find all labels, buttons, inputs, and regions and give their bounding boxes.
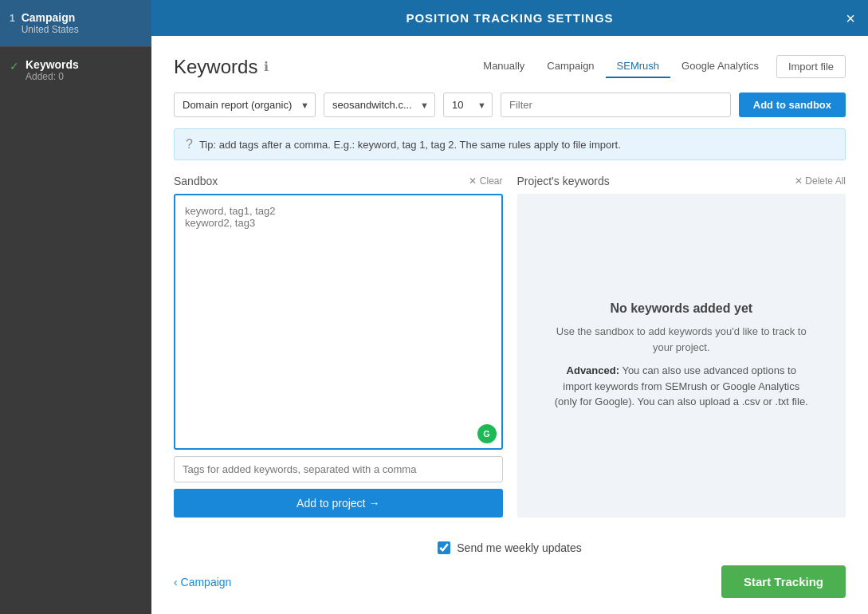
footer-actions: ‹ Campaign Start Tracking — [174, 565, 846, 598]
sandbox-header: Sandbox ✕ Clear — [174, 175, 503, 187]
two-column-layout: Sandbox ✕ Clear G Add to project → Proje… — [174, 175, 846, 518]
tags-input[interactable] — [174, 456, 503, 482]
weekly-updates-label: Send me weekly updates — [457, 541, 581, 554]
import-file-button[interactable]: Import file — [776, 55, 846, 78]
sandbox-textarea[interactable] — [174, 194, 503, 450]
no-keywords-title: No keywords added yet — [554, 301, 809, 316]
sidebar-keywords-title: Keywords — [26, 58, 79, 71]
check-icon: ✓ — [10, 60, 19, 73]
limit-select-wrapper: 10 20 50 100 ▼ — [443, 92, 493, 117]
tab-google-analytics[interactable]: Google Analytics — [670, 55, 770, 78]
advanced-label: Advanced: — [567, 364, 619, 376]
modal-body: Keywords ℹ Manually Campaign SEMrush Goo… — [151, 36, 868, 530]
keywords-header: Keywords ℹ Manually Campaign SEMrush Goo… — [174, 55, 846, 78]
close-button[interactable]: × — [846, 10, 855, 26]
report-select-wrapper: Domain report (organic) Domain report (p… — [174, 92, 316, 117]
sidebar: 1 Campaign United States ✓ Keywords Adde… — [0, 0, 151, 614]
clear-link[interactable]: ✕ Clear — [469, 175, 502, 187]
back-to-campaign-link[interactable]: ‹ Campaign — [174, 576, 231, 588]
no-keywords-box: No keywords added yet Use the sandbox to… — [554, 301, 809, 410]
question-icon: ? — [186, 137, 193, 152]
projects-header: Project's keywords ✕ Delete All — [517, 175, 846, 187]
sandbox-textarea-wrapper: G — [174, 194, 503, 450]
modal-header: POSITION TRACKING SETTINGS × — [151, 0, 868, 36]
start-tracking-button[interactable]: Start Tracking — [721, 565, 846, 598]
modal-footer: Send me weekly updates ‹ Campaign Start … — [151, 530, 868, 614]
step-number: 1 — [10, 13, 15, 24]
modal-title: POSITION TRACKING SETTINGS — [406, 11, 613, 25]
projects-title: Project's keywords — [517, 175, 610, 187]
grammarly-icon: G — [477, 424, 497, 443]
tab-manually[interactable]: Manually — [472, 55, 536, 78]
domain-select[interactable]: seosandwitch.c... — [324, 92, 435, 117]
sidebar-step-keywords[interactable]: ✓ Keywords Added: 0 — [0, 47, 151, 93]
weekly-updates-row: Send me weekly updates — [174, 541, 846, 554]
project-keywords-area: No keywords added yet Use the sandbox to… — [517, 194, 846, 518]
delete-all-link[interactable]: ✕ Delete All — [795, 175, 846, 187]
sandbox-column: Sandbox ✕ Clear G Add to project → — [174, 175, 503, 518]
weekly-updates-checkbox[interactable] — [438, 541, 450, 554]
controls-row: Domain report (organic) Domain report (p… — [174, 92, 846, 117]
projects-column: Project's keywords ✕ Delete All No keywo… — [517, 175, 846, 518]
report-select[interactable]: Domain report (organic) Domain report (p… — [174, 92, 316, 117]
sidebar-keywords-subtitle: Added: 0 — [26, 71, 79, 82]
sandbox-title: Sandbox — [174, 175, 218, 187]
filter-input[interactable] — [501, 92, 731, 117]
sidebar-step-campaign[interactable]: 1 Campaign United States — [0, 0, 151, 47]
tabs-container: Manually Campaign SEMrush Google Analyti… — [472, 55, 846, 78]
add-to-project-button[interactable]: Add to project → — [174, 489, 503, 518]
main-panel: POSITION TRACKING SETTINGS × Keywords ℹ … — [151, 0, 868, 614]
keywords-title: Keywords — [174, 56, 257, 78]
step-campaign-subtitle: United States — [22, 24, 79, 35]
limit-select[interactable]: 10 20 50 100 — [443, 92, 493, 117]
domain-select-wrapper: seosandwitch.c... ▼ — [324, 92, 435, 117]
tab-campaign[interactable]: Campaign — [536, 55, 605, 78]
no-keywords-desc: Use the sandbox to add keywords you'd li… — [554, 324, 809, 355]
info-icon[interactable]: ℹ — [264, 59, 269, 74]
no-keywords-advanced: Advanced: You can also use advanced opti… — [554, 363, 809, 410]
tab-semrush[interactable]: SEMrush — [606, 55, 670, 78]
tip-text: Tip: add tags after a comma. E.g.: keywo… — [199, 139, 621, 151]
add-to-sandbox-button[interactable]: Add to sandbox — [739, 92, 846, 117]
tip-bar: ? Tip: add tags after a comma. E.g.: key… — [174, 128, 846, 160]
step-campaign-title: Campaign — [22, 11, 79, 24]
